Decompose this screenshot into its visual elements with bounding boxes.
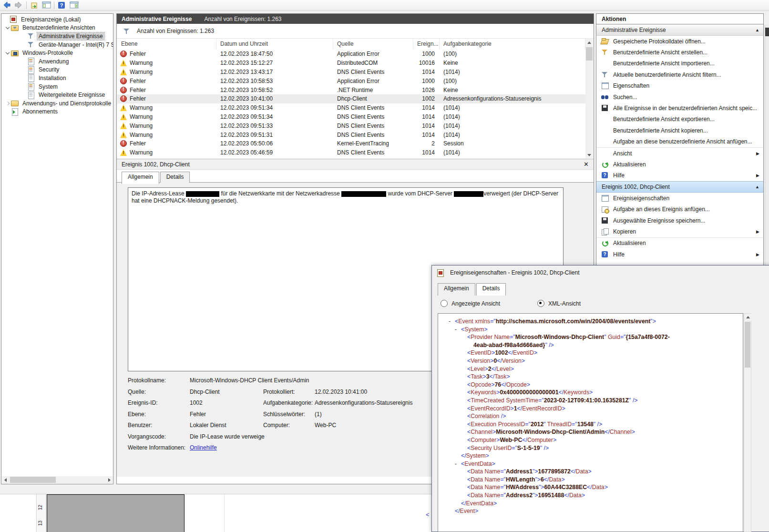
actions-section-header-view[interactable]: Administrative Ereignisse ▲ [596, 24, 763, 36]
show-console-tree-icon[interactable] [42, 1, 51, 9]
tree-item[interactable]: Installation [1, 74, 113, 82]
tree-item[interactable]: Benutzerdefinierte Ansichten [1, 24, 113, 32]
tab-details[interactable]: Details [160, 172, 190, 183]
radio-displayed-view[interactable]: Angezeigte Ansicht [441, 300, 500, 307]
tree-expander-icon[interactable] [21, 66, 27, 73]
xml-collapse-marker[interactable]: - [455, 326, 461, 334]
table-row[interactable]: Fehler 12.02.2023 18:47:50 Application E… [117, 50, 585, 59]
actions-section-header-event[interactable]: Ereignis 1002, Dhcp-Client ▲ [596, 181, 763, 193]
forward-arrow-icon[interactable] [14, 1, 23, 9]
table-row[interactable]: Fehler 12.02.2023 10:58:53 Application E… [117, 76, 585, 85]
tree-item[interactable]: Weitergeleitete Ereignisse [1, 91, 113, 99]
tree-item[interactable]: Geräte-Manager - Intel(R) 7 Series/ [1, 41, 113, 49]
action-item[interactable]: Kopieren ▶ [596, 226, 763, 237]
help-icon[interactable]: ? [58, 1, 66, 9]
tree-item[interactable]: Ereignisanzeige (Lokal) [1, 15, 113, 24]
table-row[interactable]: Warnung 12.02.2023 09:51:34 DNS Client E… [117, 113, 585, 122]
collapse-icon[interactable]: ▲ [755, 28, 759, 32]
tree-expander-icon[interactable] [3, 16, 10, 23]
close-icon[interactable]: ✕ [584, 161, 589, 168]
column-header-datetime[interactable]: Datum und Uhrzeit [216, 39, 333, 50]
tree-expander-icon[interactable] [21, 75, 27, 82]
tree-item[interactable]: Windows-Protokolle [1, 49, 113, 57]
dialog-tab-allgemein[interactable]: Allgemein [438, 283, 475, 296]
tree-expander-icon[interactable] [4, 100, 11, 107]
table-row[interactable]: Fehler 12.02.2023 10:41:00 Dhcp-Client 1… [117, 94, 585, 103]
tree-item[interactable]: Anwendung [1, 57, 113, 66]
tab-allgemein[interactable]: Allgemein [122, 172, 159, 184]
dialog-tab-details[interactable]: Details [476, 283, 506, 296]
action-item[interactable]: Ausgewählte Ereignisse speichern... [596, 215, 763, 226]
column-header-category[interactable]: Aufgabenkategorie [440, 39, 585, 50]
column-header-level[interactable]: Ebene [117, 39, 216, 50]
tree-item[interactable]: System [1, 82, 113, 91]
tree-item[interactable]: Administrative Ereignisse [1, 32, 113, 41]
scrollbar-thumb[interactable] [10, 477, 56, 483]
action-item[interactable]: Benutzerdefinierte Ansicht erstellen... [596, 47, 763, 58]
show-action-pane-icon[interactable] [70, 1, 78, 9]
dialog-title-bar[interactable]: Ereigniseigenschaften - Ereignis 1002, D… [432, 266, 769, 280]
xml-collapse-marker[interactable]: - [449, 317, 455, 326]
table-row[interactable]: Fehler 12.02.2023 05:50:06 Kernel-EventT… [117, 139, 585, 148]
scroll-right-button[interactable] [105, 476, 113, 483]
table-row[interactable]: Warnung 12.02.2023 09:51:31 DNS Client E… [117, 130, 585, 139]
scroll-up-button[interactable] [585, 39, 593, 46]
tree-horizontal-scrollbar[interactable] [2, 476, 113, 483]
scrollbar-thumb[interactable] [586, 47, 593, 61]
xml-view-scrollbar[interactable] [744, 313, 751, 532]
tree-item[interactable]: Anwendungs- und Dienstprotokolle [1, 99, 113, 108]
action-item[interactable]: Aktualisieren [596, 159, 763, 170]
action-item[interactable]: Aktuelle benutzerdefinierte Ansicht filt… [596, 69, 763, 80]
event-table-scrollbar[interactable] [585, 39, 593, 158]
action-item[interactable]: Benutzerdefinierte Ansicht exportieren..… [596, 114, 763, 125]
xml-view[interactable]: -<Event xmlns="http://schemas.microsoft.… [438, 313, 743, 532]
radio-xml-view[interactable]: XML-Ansicht [537, 300, 581, 307]
scrollbar-thumb[interactable] [745, 322, 750, 368]
tree-expander-icon[interactable] [21, 92, 27, 98]
column-header-eventid[interactable]: Ereign... [413, 39, 440, 50]
scroll-up-button[interactable] [744, 314, 752, 321]
action-item[interactable]: Gespeicherte Protokolldatei öffnen... [596, 36, 763, 47]
action-item[interactable]: Suchen... [596, 92, 763, 102]
scroll-down-button[interactable] [585, 151, 593, 158]
table-row[interactable]: Warnung 12.02.2023 15:12:27 DistributedC… [117, 59, 585, 68]
scrollbar-thumb[interactable] [765, 28, 769, 36]
table-row[interactable]: Warnung 12.02.2023 09:51:34 DNS Client E… [117, 103, 585, 113]
tree-item-label: Windows-Protokolle [21, 49, 74, 57]
tree-expander-icon[interactable] [21, 83, 27, 90]
back-arrow-icon[interactable] [2, 1, 11, 9]
xml-collapse-marker[interactable]: - [455, 460, 461, 468]
action-item[interactable]: Hilfe ▶ [596, 170, 763, 181]
tree-item-icon [27, 32, 35, 40]
action-item[interactable]: Alle Ereignisse in der benutzerdefiniert… [596, 102, 763, 113]
collapse-icon[interactable]: ▲ [755, 184, 759, 189]
scroll-left-button[interactable] [2, 476, 9, 483]
action-item[interactable]: Hilfe ▶ [596, 249, 763, 260]
table-row[interactable]: Warnung 12.02.2023 13:43:17 DNS Client E… [117, 68, 585, 77]
source-cell: DNS Client Events [333, 149, 413, 156]
export-icon[interactable] [30, 1, 39, 9]
table-row[interactable]: Warnung 12.02.2023 09:51:33 DNS Client E… [117, 121, 585, 130]
tree-expander-icon[interactable] [4, 24, 11, 31]
action-item[interactable]: Benutzerdefinierte Ansicht kopieren... [596, 125, 763, 136]
table-row[interactable]: Fehler 12.02.2023 10:58:52 .NET Runtime … [117, 85, 585, 94]
action-item[interactable]: Benutzerdefinierte Ansicht importieren..… [596, 58, 763, 69]
action-item[interactable]: Ansicht ▶ [596, 147, 763, 159]
tree-expander-icon[interactable] [21, 41, 27, 48]
action-item[interactable]: Aktualisieren [596, 237, 763, 249]
xml-line: <Data Name="Address1">1677895872</Data> [449, 468, 743, 476]
action-item[interactable]: Aufgabe an diese benutzerdefinierte Ansi… [596, 136, 763, 147]
action-item[interactable]: Aufgabe an dieses Ereignis anfügen... [596, 204, 763, 215]
action-item[interactable]: Eigenschaften [596, 81, 763, 92]
tree-item[interactable]: Security [1, 66, 113, 74]
tree-expander-icon[interactable] [4, 50, 11, 56]
table-row[interactable]: Warnung 12.02.2023 05:46:59 DNS Client E… [117, 148, 585, 157]
tree-item[interactable]: Abonnements [1, 108, 113, 116]
tree-expander-icon[interactable] [4, 108, 11, 115]
tree-expander-icon[interactable] [21, 33, 27, 40]
online-help-link[interactable]: Onlinehilfe [190, 444, 217, 456]
column-header-source[interactable]: Quelle [333, 39, 413, 50]
action-item[interactable]: Ereigniseigenschaften [596, 193, 763, 204]
tree-expander-icon[interactable] [21, 58, 27, 65]
action-item-label: Alle Ereignisse in der benutzerdefiniert… [613, 105, 757, 112]
